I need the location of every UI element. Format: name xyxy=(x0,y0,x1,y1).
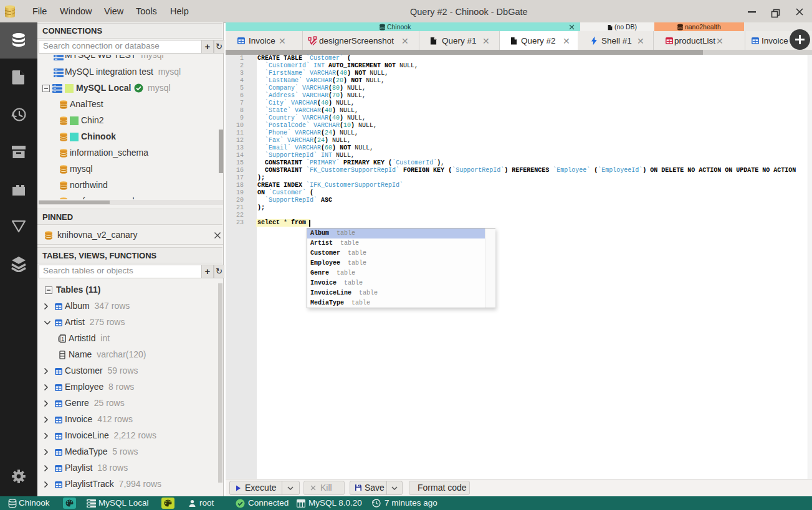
svg-text:1: 1 xyxy=(61,336,64,342)
